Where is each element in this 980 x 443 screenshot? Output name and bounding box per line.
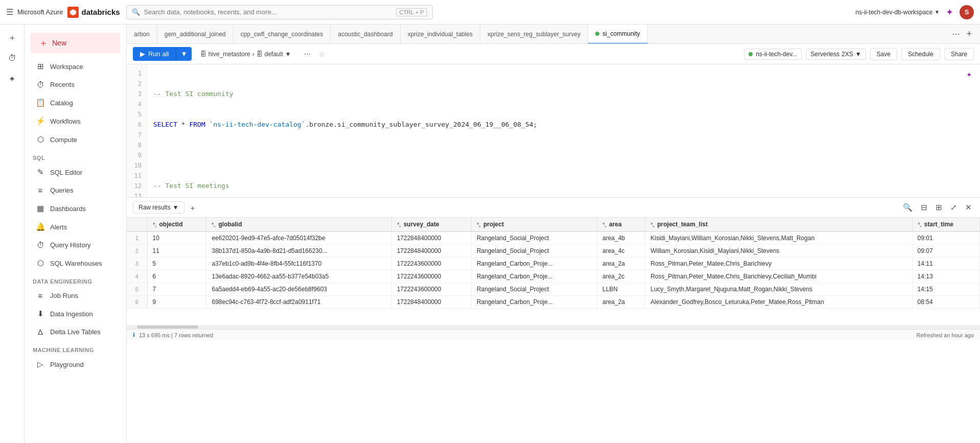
sidebar-item-query-history[interactable]: ⏱ Query History [28, 237, 123, 253]
run-label: Run all [148, 50, 169, 58]
area-header: area [609, 221, 622, 228]
close-results-button[interactable]: ✕ [963, 201, 974, 214]
refreshed-text: Refreshed an hour ago [916, 332, 974, 338]
run-dropdown-button[interactable]: ▼ [176, 47, 191, 61]
playground-label: Playground [50, 361, 84, 368]
sidebar-item-sql-warehouses[interactable]: ⬡ SQL Warehouses [28, 254, 123, 272]
alerts-icon: 🔔 [36, 222, 45, 231]
row-num-header [127, 218, 147, 231]
catalog-name: hive_metastore [208, 51, 250, 58]
cell-team-3: Ross_Pitman,Peter_Matee,Chris_Barichievy [645, 258, 912, 270]
schema-name: default [265, 51, 283, 58]
search-icon: 🔍 [132, 8, 140, 16]
content-area: arbon gem_additional_joined cpp_cwfl_cha… [127, 25, 980, 443]
col-globalid[interactable]: ᵃ꜀globalid [206, 218, 391, 231]
spark-icon[interactable]: ✦ [946, 7, 953, 18]
search-input[interactable] [144, 8, 392, 16]
code-line-2: SELECT * FROM `ns-ii-tech-dev-catalog`.b… [153, 120, 974, 130]
sidebar-item-delta-live-tables[interactable]: Δ Delta Live Tables [28, 323, 123, 340]
search-bar[interactable]: 🔍 CTRL + P [126, 5, 433, 19]
add-results-button[interactable]: + [189, 201, 197, 214]
code-editor[interactable]: 1 2 3 4 5 6 7 8 9 10 11 12 13 14 15 -- T… [127, 64, 980, 197]
catalog-selector[interactable]: 🗄 hive_metastore › 🗄 default ▼ [196, 48, 296, 60]
workspace-selector[interactable]: ns-ii-tech-dev-db-workspace ▼ [855, 9, 940, 16]
row-num-1: 1 [127, 231, 147, 245]
project-team-header: project_team_list [657, 221, 708, 228]
results-table-container[interactable]: ᵃ꜀objectid ᵃ꜀globalid ᵃ꜀survey_date ᵃ꜀pr… [127, 218, 980, 325]
raw-results-tab[interactable]: Raw results ▼ [133, 201, 184, 214]
scroll-thumb[interactable] [137, 325, 198, 329]
sidebar-item-dashboards[interactable]: ▦ Dashboards [28, 200, 123, 217]
tabs-more-button[interactable]: ⋯ [952, 29, 960, 39]
main-area: ＋ ⏱ ✦ ＋ New ⊞ Workspace ⏱ Recents 📋 Cata… [0, 25, 980, 443]
layout-results-button[interactable]: ⊞ [934, 201, 944, 214]
sidebar-item-workspace[interactable]: ⊞ Workspace [28, 58, 123, 75]
sidebar-item-sql-editor[interactable]: ✎ SQL Editor [28, 164, 123, 181]
search-shortcut: CTRL + P [396, 8, 427, 16]
sidebar-item-workflows[interactable]: ⚡ Workflows [28, 112, 123, 130]
sidebar-item-playground[interactable]: ▷ Playground [28, 356, 123, 373]
avatar[interactable]: S [960, 5, 974, 19]
cell-objectid-6: 9 [147, 296, 206, 309]
expand-results-button[interactable]: ⤢ [948, 201, 959, 214]
search-results-button[interactable]: 🔍 [901, 201, 915, 214]
history-icon-btn[interactable]: ⏱ [3, 49, 21, 67]
sidebar-item-catalog[interactable]: 📋 Catalog [28, 94, 123, 111]
cell-objectid-1: 10 [147, 231, 206, 245]
tab-xprize-sens[interactable]: xprize_sens_reg_sublayer_survey [480, 25, 588, 44]
cluster-badge: ns-ii-tech-dev... [744, 49, 802, 60]
tab-xprize-ind[interactable]: xprize_individual_tables [401, 25, 480, 44]
col-start-time[interactable]: ᵃ꜀start_time [912, 218, 979, 231]
tabs-bar: arbon gem_additional_joined cpp_cwfl_cha… [127, 25, 980, 44]
hamburger-icon[interactable]: ☰ [6, 7, 13, 17]
databricks-label: databricks [82, 8, 120, 16]
results-tab-chevron: ▼ [173, 204, 179, 211]
ai-icon-btn[interactable]: ✦ [3, 69, 21, 88]
tab-cpp[interactable]: cpp_cwfl_change_coordinates [234, 25, 331, 44]
queries-icon: ≡ [36, 186, 45, 195]
cell-area-6: area_2a [597, 296, 645, 309]
star-button[interactable]: ☆ [319, 50, 325, 58]
save-button[interactable]: Save [870, 48, 897, 60]
horizontal-scroll[interactable] [127, 325, 980, 329]
queries-label: Queries [50, 186, 74, 194]
share-button[interactable]: Share [944, 48, 974, 60]
run-all-button[interactable]: ▶ Run all [133, 47, 176, 61]
cell-objectid-4: 6 [147, 270, 206, 283]
workspace-label: Workspace [50, 63, 83, 71]
workflows-label: Workflows [50, 118, 81, 125]
sidebar-item-data-ingestion[interactable]: ⬇ Data Ingestion [28, 305, 123, 322]
tab-si-community[interactable]: si_community [588, 25, 647, 44]
tab-acoustic[interactable]: acoustic_dashboard [331, 25, 400, 44]
col-objectid[interactable]: ᵃ꜀objectid [147, 218, 206, 231]
cell-area-5: LLBN [597, 283, 645, 296]
delta-live-tables-label: Delta Live Tables [50, 328, 101, 336]
cell-team-2: William_Korosian,Kisidi_Mayiani,Nikki_St… [645, 245, 912, 258]
add-tab-button[interactable]: + [962, 29, 976, 39]
tab-arbon[interactable]: arbon [127, 25, 157, 44]
sidebar-item-queries[interactable]: ≡ Queries [28, 182, 123, 199]
col-area[interactable]: ᵃ꜀area [597, 218, 645, 231]
table-row: 3 5 a37eb1c0-ad9b-4f4e-8fb4-55fc116f1370… [127, 258, 980, 270]
tab-gem[interactable]: gem_additional_joined [157, 25, 234, 44]
sidebar-item-recents[interactable]: ⏱ Recents [28, 76, 123, 93]
new-icon-btn[interactable]: ＋ [3, 29, 21, 47]
sidebar-item-alerts[interactable]: 🔔 Alerts [28, 218, 123, 236]
schedule-button[interactable]: Schedule [901, 48, 940, 60]
col-project-team-list[interactable]: ᵃ꜀project_team_list [645, 218, 912, 231]
tab-gem-label: gem_additional_joined [165, 31, 226, 38]
serverless-badge[interactable]: Serverless 2XS ▼ [806, 49, 866, 60]
code-content[interactable]: -- Test SI community SELECT * FROM `ns-i… [147, 64, 980, 197]
col-survey-date[interactable]: ᵃ꜀survey_date [391, 218, 471, 231]
sidebar-item-job-runs[interactable]: ≡ Job Runs [28, 287, 123, 304]
cell-globalid-2: 38b137d1-850a-4a9b-8d21-d5ad166230... [206, 245, 391, 258]
more-options-button[interactable]: ⋯ [300, 48, 315, 60]
filter-results-button[interactable]: ⊟ [919, 201, 929, 214]
ai-assistant-icon[interactable]: ✦ [966, 68, 972, 79]
project-header: project [483, 221, 504, 228]
tab-arbon-label: arbon [134, 31, 150, 38]
new-button[interactable]: ＋ New [31, 33, 120, 53]
col-project[interactable]: ᵃ꜀project [471, 218, 597, 231]
sidebar-item-compute[interactable]: ⬡ Compute [28, 131, 123, 148]
databricks-logo: databricks [67, 7, 120, 18]
